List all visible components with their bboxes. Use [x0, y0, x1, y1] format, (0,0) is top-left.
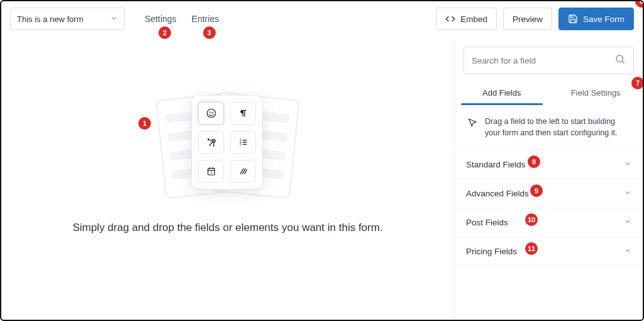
svg-point-5	[213, 140, 214, 142]
tab-add-fields[interactable]: Add Fields	[455, 79, 549, 105]
group-standard-header[interactable]: Standard Fields 8	[455, 150, 643, 179]
group-post-label: Post Fields	[466, 218, 508, 227]
svg-point-2	[212, 112, 213, 113]
sidebar-hint-text: Drag a field to the left to start buildi…	[485, 116, 630, 138]
canvas: 1 123 2	[1, 39, 454, 321]
chevron-down-icon	[624, 160, 631, 169]
svg-point-10	[209, 144, 210, 145]
callout-3: 3	[203, 26, 216, 39]
illus-palette: 123 2	[192, 96, 262, 189]
group-advanced-header[interactable]: Advanced Fields 9	[455, 179, 643, 208]
scribble-icon	[230, 160, 256, 183]
svg-point-25	[616, 55, 623, 62]
svg-line-24	[245, 170, 247, 174]
top-bar: This is a new form Settings 2 Entries 3 …	[1, 1, 643, 39]
callout-6: 6	[635, 0, 644, 8]
svg-point-8	[213, 145, 214, 147]
svg-text:2: 2	[210, 171, 212, 174]
svg-point-0	[207, 109, 216, 118]
form-selector-label: This is a new form	[17, 14, 83, 24]
save-button[interactable]: Save Form 6	[558, 8, 634, 30]
preview-label: Preview	[513, 14, 543, 24]
group-pricing-header[interactable]: Pricing Fields 11	[455, 237, 643, 266]
canvas-caption: Simply drag and drop the fields or eleme…	[72, 222, 382, 234]
group-post-header[interactable]: Post Fields 10	[455, 208, 643, 237]
cursor-icon	[467, 116, 477, 138]
group-advanced-label: Advanced Fields	[466, 189, 529, 198]
nav-settings[interactable]: Settings 2	[145, 14, 177, 24]
callout-2: 2	[158, 26, 171, 39]
tab-field-settings-label: Field Settings	[571, 88, 621, 98]
top-actions: Embed 4 Preview 5 Save Form 6	[436, 8, 634, 30]
callout-10: 10	[525, 213, 538, 226]
search-input[interactable]	[472, 56, 614, 65]
sidebar-tabs: Add Fields Field Settings 7	[455, 79, 643, 105]
callout-11: 11	[525, 242, 538, 255]
group-post: Post Fields 10	[455, 208, 643, 237]
callout-9: 9	[530, 184, 543, 197]
group-standard-label: Standard Fields	[466, 160, 526, 169]
embed-label: Embed	[460, 14, 487, 24]
svg-line-6	[209, 140, 212, 140]
svg-line-26	[622, 61, 624, 63]
numbered-list-icon: 123	[230, 131, 256, 154]
callout-7: 7	[631, 77, 644, 89]
chevron-down-icon	[624, 189, 631, 198]
save-icon	[568, 14, 578, 24]
hubspot-icon	[198, 131, 224, 154]
sidebar-hint: Drag a field to the left to start buildi…	[455, 105, 643, 150]
mailchimp-icon	[198, 102, 224, 125]
tab-add-fields-label: Add Fields	[482, 88, 521, 98]
nav-entries[interactable]: Entries 3	[192, 14, 219, 24]
nav-entries-label: Entries	[192, 14, 219, 24]
svg-line-9	[210, 142, 212, 144]
main: 1 123 2	[1, 39, 643, 321]
tab-field-settings[interactable]: Field Settings 7	[549, 79, 643, 105]
search-field[interactable]	[464, 47, 634, 74]
nav-links: Settings 2 Entries 3	[145, 14, 219, 24]
callout-1: 1	[138, 117, 151, 130]
group-advanced: Advanced Fields 9	[455, 179, 643, 208]
svg-point-3	[208, 138, 209, 140]
group-pricing-label: Pricing Fields	[466, 247, 517, 256]
embed-button[interactable]: Embed 4	[436, 8, 497, 30]
calendar-icon: 2	[198, 160, 224, 183]
canvas-illustration: 123 2	[155, 89, 300, 203]
group-pricing: Pricing Fields 11	[455, 237, 643, 266]
form-selector[interactable]: This is a new form	[10, 8, 125, 30]
nav-settings-label: Settings	[145, 14, 177, 24]
group-standard: Standard Fields 8	[455, 150, 643, 179]
preview-button[interactable]: Preview 5	[503, 8, 552, 30]
chevron-down-icon	[624, 218, 631, 227]
svg-text:3: 3	[240, 143, 242, 146]
search-icon	[614, 54, 626, 67]
paragraph-icon	[230, 102, 256, 125]
svg-point-1	[209, 111, 211, 113]
chevron-down-icon	[624, 247, 631, 256]
callout-8: 8	[528, 155, 540, 168]
save-label: Save Form	[583, 14, 625, 24]
chevron-down-icon	[110, 14, 118, 24]
code-icon	[445, 14, 455, 24]
sidebar: Add Fields Field Settings 7 Drag a field…	[454, 39, 643, 321]
